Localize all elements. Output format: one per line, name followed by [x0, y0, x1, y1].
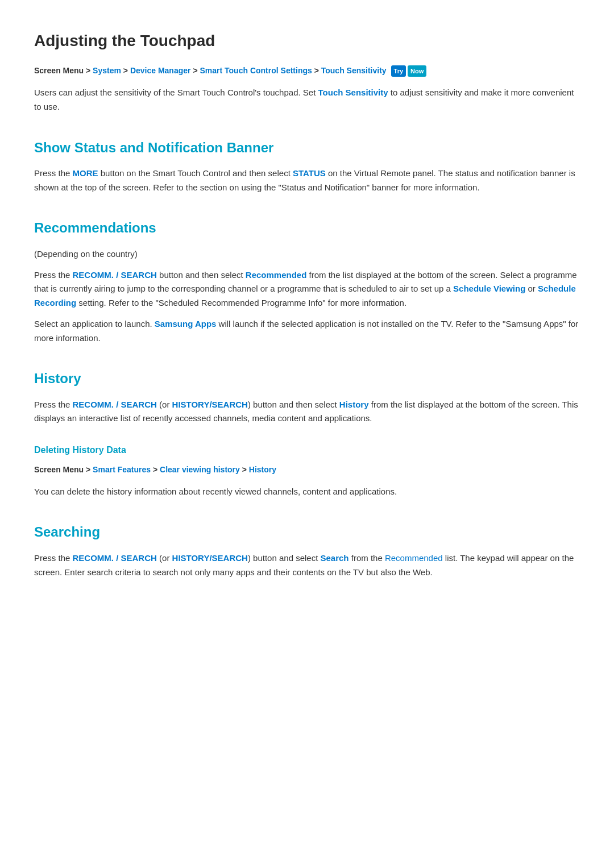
subsection-title-deleting-history: Deleting History Data	[34, 443, 580, 458]
recommendations-note: (Depending on the country)	[34, 247, 580, 261]
touch-sensitivity-link[interactable]: Touch Sensitivity	[318, 88, 388, 97]
breadcrumb-screen-menu: Screen Menu	[34, 66, 84, 75]
searching-description: Press the RECOMM. / SEARCH (or HISTORY/S…	[34, 551, 580, 580]
breadcrumb-arrow-4: >	[242, 465, 249, 474]
breadcrumb-smart-touch-control-settings[interactable]: Smart Touch Control Settings	[200, 66, 312, 75]
touchpad-description: Users can adjust the sensitivity of the …	[34, 86, 580, 114]
section-title-history: History	[34, 368, 580, 389]
samsung-apps-link[interactable]: Samsung Apps	[155, 319, 217, 329]
more-link[interactable]: MORE	[73, 168, 98, 178]
try-now-badge: Try Now	[391, 64, 427, 78]
section-history: History Press the RECOMM. / SEARCH (or H…	[34, 368, 580, 499]
breadcrumb-clear-viewing-history[interactable]: Clear viewing history	[160, 465, 240, 474]
breadcrumb-device-manager[interactable]: Device Manager	[130, 66, 191, 75]
breadcrumb-system[interactable]: System	[93, 66, 121, 75]
show-status-description: Press the MORE button on the Smart Touch…	[34, 167, 580, 195]
history-delete-description: You can delete the history information a…	[34, 485, 580, 499]
recomm-search-link-1[interactable]: RECOMM. / SEARCH	[73, 270, 157, 280]
breadcrumb-history: Screen Menu > Smart Features > Clear vie…	[34, 463, 580, 477]
breadcrumb-arrow: >	[123, 66, 130, 75]
breadcrumb-arrow-2: >	[86, 465, 93, 474]
breadcrumb-touchpad: Screen Menu > System > Device Manager > …	[34, 64, 580, 78]
section-show-status: Show Status and Notification Banner Pres…	[34, 137, 580, 195]
page-title: Adjusting the Touchpad	[34, 28, 580, 54]
breadcrumb-arrow: >	[86, 66, 93, 75]
section-recommendations: Recommendations (Depending on the countr…	[34, 217, 580, 345]
section-title-show-status: Show Status and Notification Banner	[34, 137, 580, 159]
try-badge: Try	[391, 65, 406, 77]
breadcrumb-screen-menu-2: Screen Menu	[34, 465, 84, 474]
now-badge: Now	[408, 65, 426, 77]
history-description: Press the RECOMM. / SEARCH (or HISTORY/S…	[34, 398, 580, 426]
history-link[interactable]: History	[339, 400, 369, 409]
status-link[interactable]: STATUS	[293, 168, 326, 178]
breadcrumb-touch-sensitivity[interactable]: Touch Sensitivity	[321, 66, 387, 75]
breadcrumb-arrow: >	[314, 66, 321, 75]
history-search-link-2[interactable]: HISTORY/SEARCH	[172, 553, 248, 563]
recommendations-description-1: Press the RECOMM. / SEARCH button and th…	[34, 268, 580, 310]
section-title-searching: Searching	[34, 521, 580, 543]
recomm-search-link-3[interactable]: RECOMM. / SEARCH	[73, 553, 157, 563]
section-title-recommendations: Recommendations	[34, 217, 580, 239]
breadcrumb-smart-features[interactable]: Smart Features	[93, 465, 151, 474]
breadcrumb-arrow: >	[193, 66, 200, 75]
recommendations-description-2: Select an application to launch. Samsung…	[34, 317, 580, 346]
schedule-viewing-link[interactable]: Schedule Viewing	[453, 284, 525, 293]
recommended-link-2[interactable]: Recommended	[385, 553, 443, 563]
search-link[interactable]: Search	[321, 553, 349, 563]
breadcrumb-history-item[interactable]: History	[249, 465, 276, 474]
breadcrumb-arrow-3: >	[153, 465, 160, 474]
recomm-search-link-2[interactable]: RECOMM. / SEARCH	[73, 400, 157, 409]
history-search-link-1[interactable]: HISTORY/SEARCH	[172, 400, 248, 409]
recommended-link[interactable]: Recommended	[246, 270, 307, 280]
section-searching: Searching Press the RECOMM. / SEARCH (or…	[34, 521, 580, 579]
